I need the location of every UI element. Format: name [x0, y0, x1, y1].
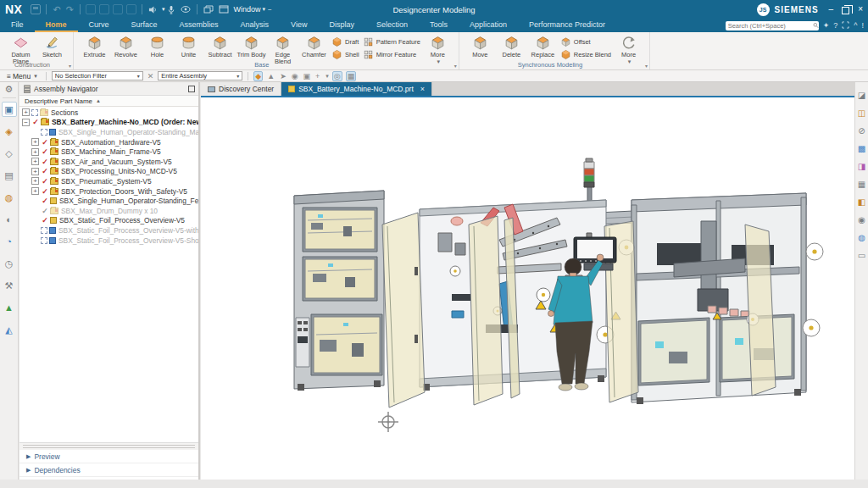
window-menu-caret-icon[interactable]: ▾: [262, 6, 265, 13]
move-button[interactable]: Move: [465, 34, 496, 58]
paste-icon[interactable]: [113, 4, 123, 14]
tab-selection[interactable]: Selection: [365, 19, 419, 32]
resource-bar-settings-icon[interactable]: ⚙: [5, 82, 14, 96]
tab-file[interactable]: File: [0, 19, 35, 32]
tab-surface[interactable]: Surface: [120, 19, 169, 32]
tree-row[interactable]: SBX_Single_Human_Operator-Standing_Male: [19, 127, 198, 137]
search-icon[interactable]: [813, 21, 819, 30]
expand-icon[interactable]: +: [31, 138, 39, 146]
window-cascade-icon[interactable]: [203, 5, 214, 14]
window-layout-icon[interactable]: ▭: [856, 249, 868, 261]
tree-row-root-assembly[interactable]: − ✓ SBX_Battery_Machine-No_MCD (Order: N…: [19, 118, 198, 128]
help-icon[interactable]: ?: [833, 21, 837, 30]
expand-icon[interactable]: +: [31, 158, 39, 165]
tree-row[interactable]: ✓ SBX_Single_Human_Operator-Standing_Fem…: [19, 196, 198, 206]
speaker-dropdown-icon[interactable]: ▾: [162, 6, 165, 13]
tree-row[interactable]: SBX_Static_Foil_Process_Overview-V5-with…: [19, 225, 198, 236]
highlight-brush-icon[interactable]: ◆: [253, 71, 263, 81]
sketch-button[interactable]: Sketch: [36, 34, 68, 58]
speaker-icon[interactable]: [148, 5, 158, 14]
replace-button[interactable]: Replace: [527, 34, 559, 58]
tab-tools[interactable]: Tools: [419, 19, 459, 32]
pattern-feature-button[interactable]: Pattern Feature: [361, 36, 422, 47]
checkbox-checked-icon[interactable]: ✓: [41, 187, 49, 196]
tree-row[interactable]: + ✓ SBX_Processing_Units-No_MCD-V5: [19, 167, 198, 177]
shaded-view-icon[interactable]: ◪: [856, 89, 868, 101]
command-prediction-icon[interactable]: ✦: [823, 21, 830, 30]
shell-button[interactable]: Shell: [330, 48, 361, 60]
fly-through-icon[interactable]: ➤: [279, 72, 287, 80]
graphics-window[interactable]: Discovery Center SBX_Battery_Machine-No_…: [201, 82, 854, 488]
assembly-part-icon[interactable]: ◧: [856, 196, 868, 208]
part-navigator-icon[interactable]: ◇: [2, 146, 17, 161]
panel-splitter[interactable]: [19, 443, 198, 450]
orient-view-icon[interactable]: ▦: [346, 71, 357, 81]
copy-icon[interactable]: [99, 4, 109, 14]
assembly-navigator-icon[interactable]: ▣: [2, 102, 17, 117]
resize-blend-button[interactable]: Resize Blend: [559, 48, 613, 60]
mirror-feature-button[interactable]: Mirror Feature: [361, 48, 422, 60]
undock-panel-button[interactable]: [188, 86, 195, 92]
group-dropdown-icon[interactable]: ▾: [69, 63, 71, 69]
hand-select-icon[interactable]: ▲: [266, 72, 275, 80]
delete-button[interactable]: Delete: [496, 34, 527, 58]
extrude-button[interactable]: Extrude: [79, 34, 110, 58]
tree-row-sections[interactable]: + Sections: [19, 108, 198, 118]
minimize-button[interactable]: –: [829, 4, 834, 14]
move-component-icon[interactable]: ▣: [303, 72, 312, 80]
true-shading-icon[interactable]: ◍: [856, 231, 868, 243]
add-component-icon[interactable]: +: [314, 72, 320, 80]
unite-button[interactable]: Unite: [173, 34, 204, 58]
caret-down-icon[interactable]: ▾: [326, 73, 329, 80]
checkbox-checked-icon[interactable]: ✓: [41, 138, 49, 147]
process-studio-icon[interactable]: ⚒: [2, 278, 17, 293]
tree-row[interactable]: ✓ SBX_Max_Drum_Dummy x 10: [19, 206, 198, 216]
hole-button[interactable]: Hole: [142, 34, 173, 58]
move-component-icon[interactable]: ▦: [856, 178, 868, 190]
layer-settings-icon[interactable]: ▩: [856, 142, 868, 154]
selection-scope-dropdown[interactable]: Entire Assembly ▾: [158, 71, 242, 80]
expand-icon[interactable]: +: [22, 108, 30, 116]
window-icon[interactable]: [219, 5, 229, 14]
checkbox-checked-icon[interactable]: ✓: [41, 158, 49, 166]
checkbox-checked-icon[interactable]: ✓: [41, 177, 49, 186]
reuse-library-icon[interactable]: ▤: [2, 168, 17, 183]
format-painter-icon[interactable]: [126, 4, 136, 14]
cut-icon[interactable]: [86, 4, 96, 14]
checkbox-suppressed-icon[interactable]: [41, 237, 47, 244]
close-tab-icon[interactable]: ×: [420, 85, 425, 93]
tab-performance-predictor[interactable]: Performance Predictor: [518, 19, 616, 32]
group-dropdown-icon[interactable]: ▾: [645, 63, 648, 69]
draft-button[interactable]: Draft: [330, 36, 361, 47]
select-arrow-icon[interactable]: ◉: [291, 72, 299, 80]
tab-curve[interactable]: Curve: [78, 19, 120, 32]
trim-body-button[interactable]: Trim Body: [236, 34, 267, 58]
fullscreen-icon[interactable]: [842, 21, 849, 30]
undo-icon[interactable]: ↶: [53, 4, 60, 15]
collapse-icon[interactable]: −: [22, 119, 30, 126]
visual-reports-icon[interactable]: ◐: [2, 212, 17, 227]
tree-row[interactable]: ✓ SBX_Static_Foil_Process_Overview-V5: [19, 216, 198, 226]
3d-model-battery-machine[interactable]: [201, 97, 854, 488]
tab-part-file[interactable]: SBX_Battery_Machine-No_MCD.prt ×: [281, 82, 432, 96]
checkbox-checked-icon[interactable]: ✓: [41, 197, 49, 205]
checkbox-checked-icon[interactable]: ✓: [41, 147, 49, 156]
microphone-icon[interactable]: [167, 5, 175, 14]
tree-row[interactable]: + ✓ SBX_Protection_Doors_With_Safety-V5: [19, 186, 198, 197]
tab-home[interactable]: Home: [35, 19, 78, 32]
checkbox-unchecked-icon[interactable]: [31, 109, 38, 116]
checkbox-checked-icon[interactable]: ✓: [41, 216, 49, 225]
component-focus-icon[interactable]: ◫: [856, 107, 868, 119]
selection-filter-dropdown[interactable]: No Selection Filter ▾: [52, 71, 143, 80]
close-button[interactable]: ×: [858, 4, 863, 14]
roles-icon[interactable]: ▲: [2, 300, 17, 315]
tree-row[interactable]: + ✓ SBX_Air_and_Vacuum_System-V5: [19, 157, 198, 167]
tab-application[interactable]: Application: [459, 19, 518, 32]
chamfer-button[interactable]: Chamfer: [298, 34, 330, 58]
expand-icon[interactable]: +: [31, 148, 39, 156]
command-finder-icon[interactable]: [181, 5, 191, 14]
web-browser-icon[interactable]: ◔: [2, 234, 17, 249]
column-header[interactable]: Descriptive Part Name ▲: [19, 96, 198, 107]
alerts-icon[interactable]: !: [861, 21, 864, 30]
minimize-ribbon-icon[interactable]: ^: [854, 21, 857, 30]
